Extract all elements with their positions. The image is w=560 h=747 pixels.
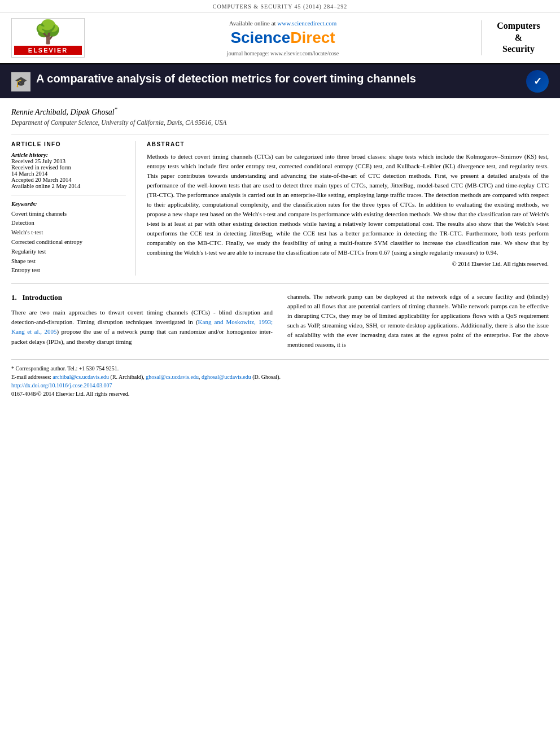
email2-link[interactable]: ghosal@cs.ucdavis.edu xyxy=(146,374,199,380)
corresponding-author: * Corresponding author. Tel.: +1 530 754… xyxy=(11,364,549,373)
crossmark-badge: ✓ xyxy=(526,70,549,93)
journal-center: Available online at www.sciencedirect.co… xyxy=(85,20,481,56)
sciencedirect-logo: ScienceDirect xyxy=(96,29,470,47)
article-icon: 🎓 xyxy=(11,72,30,91)
info-abstract-section: ARTICLE INFO Article history: Received 2… xyxy=(11,134,549,276)
doi-line: http://dx.doi.org/10.1016/j.cose.2014.03… xyxy=(11,381,549,390)
footnotes: * Corresponding author. Tel.: +1 530 754… xyxy=(11,359,549,398)
body-left-col: 1. Introduction There are two main appro… xyxy=(11,292,273,350)
article-title-bar: 🎓 A comparative analysis of detection me… xyxy=(0,64,560,98)
section-divider xyxy=(11,283,549,284)
keyword-2: Detection xyxy=(11,219,126,228)
keyword-4: Corrected conditional entropy xyxy=(11,238,126,247)
body-right-col: channels. The network pump can be deploy… xyxy=(287,292,549,350)
section-title: Introduction xyxy=(23,293,63,302)
sciencedirect-link[interactable]: www.sciencedirect.com xyxy=(277,20,336,27)
article-title-area: 🎓 A comparative analysis of detection me… xyxy=(11,71,416,91)
section-number: 1. xyxy=(11,293,17,302)
keywords-section: Keywords: Covert timing channels Detecti… xyxy=(11,201,126,276)
issn-line: 0167-4048/© 2014 Elsevier Ltd. All right… xyxy=(11,390,549,398)
revised-date: 14 March 2014 xyxy=(11,171,126,177)
received-date: Received 25 July 2013 xyxy=(11,158,126,164)
article-info: ARTICLE INFO Article history: Received 2… xyxy=(11,141,135,276)
history-heading: Article history: xyxy=(11,152,126,158)
keywords-heading: Keywords: xyxy=(11,201,126,207)
article-info-label: ARTICLE INFO xyxy=(11,141,126,147)
elsevier-brand: ELSEVIER xyxy=(14,46,82,55)
keyword-5: Regularity test xyxy=(11,247,126,257)
author-sup: * xyxy=(115,106,117,112)
abstract-label: ABSTRACT xyxy=(147,141,549,147)
intro-heading: 1. Introduction xyxy=(11,292,273,303)
intro-right-text: channels. The network pump can be deploy… xyxy=(287,292,549,350)
body-two-col: 1. Introduction There are two main appro… xyxy=(11,292,549,350)
email1-link[interactable]: archibal@cs.ucdavis.edu xyxy=(53,374,109,380)
abstract-col: ABSTRACT Methods to detect covert timing… xyxy=(147,141,549,276)
authors: Rennie Archibald, Dipak Ghosal* xyxy=(11,106,549,117)
crossmark-icon: ✓ xyxy=(526,70,549,93)
journal-homepage: journal homepage: www.elsevier.com/locat… xyxy=(96,50,470,56)
email-footnote: E-mail addresses: archibal@cs.ucdavis.ed… xyxy=(11,373,549,381)
journal-header: 🌳 ELSEVIER Available online at www.scien… xyxy=(0,12,560,64)
keyword-1: Covert timing channels xyxy=(11,209,126,219)
available-date: Available online 2 May 2014 xyxy=(11,183,126,189)
revised-heading: Received in revised form xyxy=(11,164,126,171)
keyword-7: Entropy test xyxy=(11,266,126,276)
article-title: A comparative analysis of detection metr… xyxy=(36,71,416,86)
journal-name: Computers&Security xyxy=(481,20,549,55)
affiliation: Department of Computer Science, Universi… xyxy=(11,119,549,126)
citation-kang1993[interactable]: Kang and Moskowitz, 1993; Kang et al., 2… xyxy=(11,318,273,335)
accepted-date: Accepted 20 March 2014 xyxy=(11,177,126,183)
email3-link[interactable]: dghosal@ucdavis.edu xyxy=(202,374,251,380)
copyright-line: © 2014 Elsevier Ltd. All rights reserved… xyxy=(147,261,549,267)
main-content: Rennie Archibald, Dipak Ghosal* Departme… xyxy=(0,98,560,406)
keyword-6: Shape test xyxy=(11,257,126,267)
journal-citation: COMPUTERS & SECURITY 45 (2014) 284–292 xyxy=(213,3,347,10)
keyword-3: Welch's t-test xyxy=(11,228,126,238)
article-history: Article history: Received 25 July 2013 R… xyxy=(11,152,126,189)
available-online-text: Available online at www.sciencedirect.co… xyxy=(96,20,470,27)
elsevier-tree-icon: 🌳 xyxy=(14,21,82,43)
doi-link[interactable]: http://dx.doi.org/10.1016/j.cose.2014.03… xyxy=(11,382,112,388)
intro-left-text: There are two main approaches to thwart … xyxy=(11,308,273,346)
abstract-text: Methods to detect covert timing channels… xyxy=(147,152,549,258)
journal-citation-bar: COMPUTERS & SECURITY 45 (2014) 284–292 xyxy=(0,0,560,12)
elsevier-logo: 🌳 ELSEVIER xyxy=(11,18,85,58)
info-divider xyxy=(11,195,126,195)
